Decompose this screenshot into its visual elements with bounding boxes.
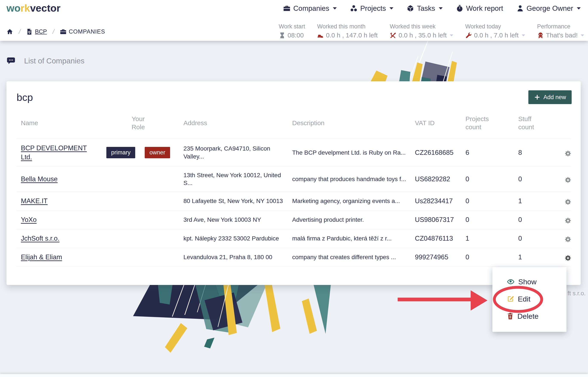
cube-icon [407, 5, 414, 12]
companies-table: Name Your Role Address Description VAT I… [17, 107, 571, 267]
nav-projects[interactable]: Projects [350, 4, 393, 12]
skull-icon [537, 32, 544, 39]
row-actions-button[interactable] [564, 217, 571, 224]
background-text-fragment: ft s.r.o. [568, 290, 586, 297]
nav-tasks-label: Tasks [417, 4, 435, 12]
user-icon [516, 5, 524, 12]
context-menu-edit[interactable]: Edit [492, 290, 566, 307]
card-header: bcp Add new [6, 81, 581, 107]
nav-user-menu[interactable]: George Owner [516, 4, 581, 12]
nav-user-label: George Owner [527, 4, 573, 12]
row-actions-button[interactable] [564, 236, 571, 243]
breadcrumb-separator: / [52, 28, 54, 35]
company-name-link[interactable]: Bella Mouse [21, 175, 58, 183]
stuff-count: 8 [514, 139, 560, 167]
primary-badge: primary [106, 147, 135, 158]
breadcrumb-home[interactable] [6, 28, 13, 35]
stuff-count: 1 [514, 192, 560, 211]
company-name-link[interactable]: YoXo [21, 216, 37, 224]
context-menu-delete[interactable]: Delete [492, 307, 566, 325]
edit-icon [507, 295, 514, 303]
breadcrumb-bcp[interactable]: BCP [26, 28, 47, 35]
company-vat: CZ26168685 [411, 139, 461, 167]
projects-count: 0 [461, 248, 514, 267]
app-logo[interactable]: workvector [6, 2, 61, 14]
gear-icon [564, 199, 571, 205]
nav-work-report[interactable]: Work report [456, 4, 503, 12]
nav-tasks[interactable]: Tasks [407, 4, 442, 12]
company-description: company that creates different types ... [288, 248, 411, 267]
breadcrumb-bcp-link[interactable]: BCP [35, 28, 47, 35]
logo-part-yellow: rk [20, 2, 30, 14]
nav-projects-label: Projects [360, 4, 386, 12]
company-vat: 999274965 [411, 248, 461, 267]
logo-part-navy: vector [30, 2, 61, 14]
owner-badge: owner [145, 147, 170, 158]
tools-icon [390, 32, 396, 39]
table-header-row: Name Your Role Address Description VAT I… [17, 107, 571, 139]
stat-label: Worked this week [390, 23, 453, 30]
column-header-vat: VAT ID [411, 107, 461, 139]
wrench-icon [465, 32, 472, 39]
companies-card: bcp Add new Name Your Role Address Descr… [6, 81, 581, 285]
stopwatch-icon [456, 5, 463, 12]
chevron-down-icon[interactable] [450, 35, 453, 36]
app-screen: ft s.r.o. workvector Companies Projects … [0, 0, 588, 377]
context-menu-delete-label: Delete [517, 312, 538, 320]
company-name-link[interactable]: BCP DEVELOPMENT Ltd. [21, 144, 87, 161]
company-address: 235 Moorpark, CA94710, Silicon Valley... [179, 139, 288, 167]
stat-label: Work start [279, 23, 305, 30]
company-address: Levandulova 21, Praha 8, 180 00 [179, 248, 288, 267]
briefcase-icon [60, 28, 66, 35]
stuff-count: 0 [514, 229, 560, 248]
page-title-label: List of Companies [24, 57, 84, 65]
company-name-link[interactable]: Elijah & Eliam [21, 253, 62, 261]
chevron-down-icon [389, 7, 393, 10]
stat-worked-this-week: Worked this week 0.0 h , 35.0 h left [390, 23, 453, 39]
projects-count: 0 [461, 166, 514, 192]
nav-companies[interactable]: Companies [283, 4, 337, 12]
row-actions-button[interactable] [564, 255, 571, 261]
breadcrumb-separator: / [19, 28, 20, 35]
stat-label: Worked this month [317, 23, 378, 30]
plus-icon [534, 94, 540, 100]
company-address: 80 Lafayette St, New York, NY 10013 [179, 192, 288, 211]
main-nav: Companies Projects Tasks Work report Geo… [283, 0, 581, 17]
work-stats: Work start 08:00 Worked this month 0.0 h… [279, 23, 584, 39]
header: workvector Companies Projects Tasks Work… [0, 0, 588, 41]
stat-label: Performance [537, 23, 584, 30]
company-description: Advertising product printer. [288, 211, 411, 229]
chevron-down-icon[interactable] [581, 35, 584, 36]
stat-performance: Performance That's bad! [537, 23, 584, 39]
column-header-stuff-count: Stuff count [514, 107, 560, 139]
chevron-down-icon [577, 7, 581, 10]
company-vat: CZ04876113 [411, 229, 461, 248]
row-actions-button[interactable] [564, 177, 571, 183]
gear-icon [564, 177, 571, 183]
chevron-down-icon [333, 7, 337, 10]
stuff-count: 1 [514, 248, 560, 267]
nav-work-report-label: Work report [466, 4, 503, 12]
table-row: Elijah & Eliam Levandulova 21, Praha 8, … [17, 248, 571, 267]
column-header-actions [560, 107, 571, 139]
company-vat: Us28234417 [411, 192, 461, 211]
column-header-name: Name [17, 107, 100, 139]
chevron-down-icon[interactable] [522, 35, 525, 36]
column-header-address: Address [179, 107, 288, 139]
stat-worked-today: Worked today 0.0 h , 7.0 h left [465, 23, 525, 39]
table-row: MAKE.IT 80 Lafayette St, New York, NY 10… [17, 192, 571, 211]
table-row: JchSoft s.r.o. kpt. Nálepky 2332 53002 P… [17, 229, 571, 248]
row-actions-button[interactable] [564, 199, 571, 205]
context-menu-show[interactable]: Show [492, 273, 566, 290]
table-row: Bella Mouse 13th Street, New York 10012,… [17, 166, 571, 192]
breadcrumb-companies-label: COMPANIES [69, 28, 105, 35]
company-name-link[interactable]: MAKE.IT [21, 197, 48, 205]
company-vat: US6829282 [411, 166, 461, 192]
annotation-arrow [398, 290, 488, 311]
company-address: 13th Street, New York 10012, United S... [179, 166, 288, 192]
row-actions-button[interactable] [564, 150, 571, 157]
company-name-link[interactable]: JchSoft s.r.o. [21, 235, 59, 242]
add-new-button[interactable]: Add new [528, 90, 572, 104]
projects-count: 6 [461, 139, 514, 167]
breadcrumb-companies[interactable]: COMPANIES [60, 28, 105, 35]
